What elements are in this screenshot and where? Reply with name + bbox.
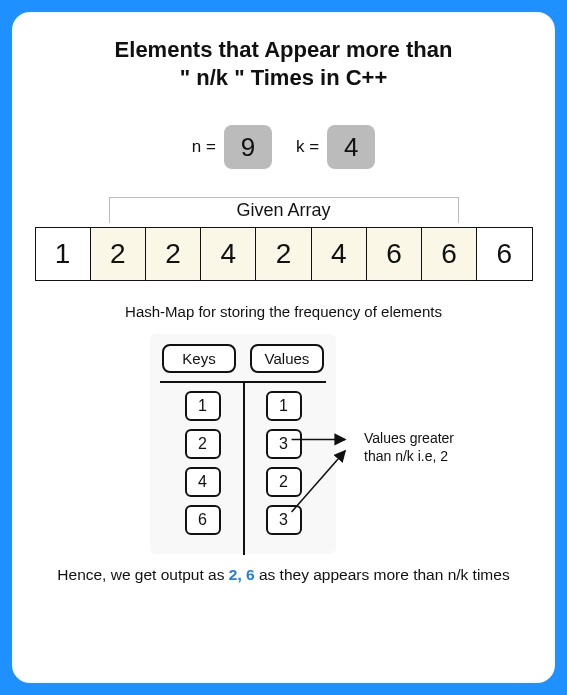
param-n-box: 9	[224, 125, 272, 169]
param-k: k = 4	[296, 125, 375, 169]
key-cell: 6	[185, 505, 221, 535]
title-line-2: " n/k " Times in C++	[180, 65, 388, 90]
keys-header: Keys	[162, 344, 236, 373]
param-k-box: 4	[327, 125, 375, 169]
hashmap-caption: Hash-Map for storing the frequency of el…	[32, 303, 535, 320]
values-header: Values	[250, 344, 324, 373]
key-cell: 2	[185, 429, 221, 459]
hashmap-headers: Keys Values	[162, 344, 324, 373]
array-cell: 4	[312, 228, 367, 280]
param-n-label: n =	[192, 137, 216, 157]
annotation-line-2: than n/k i.e, 2	[364, 448, 448, 464]
key-cell: 1	[185, 391, 221, 421]
value-cell: 3	[266, 505, 302, 535]
value-cell: 3	[266, 429, 302, 459]
conclusion-prefix: Hence, we get output as	[57, 566, 228, 583]
conclusion-suffix: as they appears more than n/k times	[255, 566, 510, 583]
array-cell: 6	[477, 228, 531, 280]
array-cell: 2	[146, 228, 201, 280]
hashmap-body: 1246 1323	[162, 381, 324, 549]
param-n-value: 9	[241, 132, 255, 163]
hashmap-vline	[243, 381, 245, 555]
param-k-label: k =	[296, 137, 319, 157]
hashmap-box: Keys Values 1246 1323	[150, 334, 336, 554]
content-card: Elements that Appear more than " n/k " T…	[12, 12, 555, 683]
title-line-1: Elements that Appear more than	[115, 37, 453, 62]
array-cell: 4	[201, 228, 256, 280]
params-row: n = 9 k = 4	[32, 125, 535, 169]
array-cell: 6	[422, 228, 477, 280]
value-cell: 2	[266, 467, 302, 497]
page-title: Elements that Appear more than " n/k " T…	[32, 36, 535, 91]
annotation-line-1: Values greater	[364, 430, 454, 446]
key-cell: 4	[185, 467, 221, 497]
keys-column: 1246	[162, 381, 243, 549]
conclusion-output: 2, 6	[229, 566, 255, 583]
annotation-text: Values greater than n/k i.e, 2	[364, 430, 514, 465]
param-n: n = 9	[192, 125, 272, 169]
values-column: 1323	[243, 381, 324, 549]
param-k-value: 4	[344, 132, 358, 163]
conclusion: Hence, we get output as 2, 6 as they app…	[32, 566, 535, 584]
array-caption: Given Array	[109, 197, 459, 223]
value-cell: 1	[266, 391, 302, 421]
array-cell: 2	[256, 228, 311, 280]
given-array: Given Array 122424666	[35, 197, 533, 281]
array-row: 122424666	[35, 227, 533, 281]
array-cell: 1	[36, 228, 91, 280]
hashmap-stage: Keys Values 1246 1323 Values g	[32, 334, 535, 564]
array-cell: 6	[367, 228, 422, 280]
array-cell: 2	[91, 228, 146, 280]
